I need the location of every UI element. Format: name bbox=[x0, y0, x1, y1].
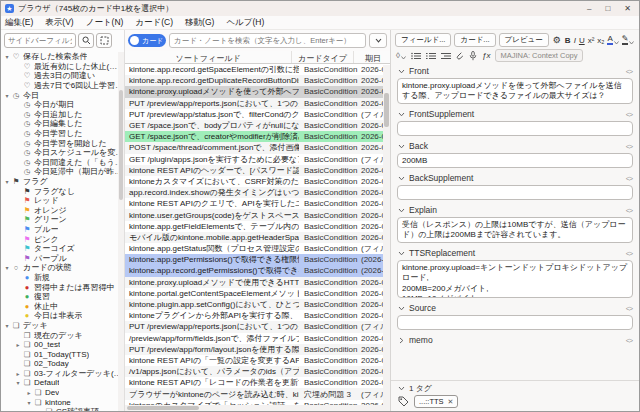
table-row[interactable]: kintone REST APIのクエリで、APIを実行したユーザー自身を条件B… bbox=[125, 198, 390, 209]
field-header-Source[interactable]: Source<> bbox=[391, 301, 639, 315]
table-row[interactable]: kintone REST APIの「一覧の設定を変更するAPI」における制限Ba… bbox=[125, 355, 390, 366]
menu-item[interactable]: 表示(V) bbox=[45, 17, 73, 29]
subscript-button[interactable]: x₂ bbox=[597, 36, 604, 45]
table-row[interactable]: kintone.app.getFieldElementsで、テーブル内のフィール… bbox=[125, 221, 390, 232]
field-input-BackSupplement[interactable] bbox=[397, 185, 633, 200]
html-editor-toggle-icon[interactable]: <> bbox=[626, 337, 632, 344]
table-row[interactable]: ブラウザーがkintoneのページを読み込む時、kintone本体のJavaS穴… bbox=[125, 388, 390, 399]
close-button[interactable]: ✕ bbox=[624, 4, 631, 14]
html-editor-toggle-icon[interactable]: <> bbox=[626, 305, 632, 312]
sidebar-item[interactable]: ⚑フラグなし bbox=[1, 186, 124, 196]
field-input-Explain[interactable]: 受信（レスポンス）の上限は10MBですが、送信（アップロード）の上限は200MB… bbox=[397, 217, 633, 243]
table-row[interactable]: kintone.proxy.uploadメソッドで使用できるHTTPメソッドは？… bbox=[125, 277, 390, 288]
sidebar-item[interactable]: ▾❏Default bbox=[1, 378, 124, 388]
table-row[interactable]: kintone.user.getGroups(code)をゲストスペース内で実行… bbox=[125, 209, 390, 220]
maximize-button[interactable]: □ bbox=[605, 4, 610, 14]
html-editor-toggle-icon[interactable]: <> bbox=[626, 68, 632, 75]
table-row[interactable]: モバイル版のkintone.mobile.app.getHeaderSpaceE… bbox=[125, 232, 390, 243]
sidebar-item[interactable]: ♡過去7日で6回以上学習して... bbox=[1, 81, 124, 91]
field-input-Front[interactable]: kintone.proxy.uploadメソッドを使って外部へファイルを送信する… bbox=[397, 78, 633, 104]
tag-pill[interactable]: ...::TTS✕ bbox=[414, 395, 458, 408]
sidebar-item[interactable]: ❏CS確認事項 bbox=[1, 407, 124, 411]
cards-button[interactable]: カード... bbox=[454, 33, 495, 47]
table-row[interactable]: /preview/app/form/fields.jsonで、添付ファイルフィー… bbox=[125, 333, 390, 344]
field-input-Source[interactable] bbox=[397, 315, 633, 330]
expand-arrow-icon[interactable]: ▸ bbox=[14, 370, 22, 377]
table-row[interactable]: PUT /preview/app/status.jsonで、filterCond… bbox=[125, 109, 390, 120]
sidebar-item[interactable]: ▾○カードの状態 bbox=[1, 263, 124, 273]
field-header-Back[interactable]: Back<> bbox=[391, 139, 639, 153]
record-audio-button[interactable] bbox=[469, 51, 477, 61]
sidebar-select-mode-button[interactable] bbox=[96, 33, 112, 48]
field-header-FrontSupplement[interactable]: FrontSupplement<> bbox=[391, 107, 639, 121]
card-search-input[interactable] bbox=[169, 33, 366, 48]
table-row[interactable]: PUT /preview/app/form/layout.jsonを使用する際、… bbox=[125, 344, 390, 355]
highlight-color-button[interactable]: ✎ bbox=[622, 35, 635, 45]
sidebar-item[interactable]: ◷今日延滞中（期日が昨日... bbox=[1, 167, 124, 177]
table-row[interactable]: /v1/apps.jsonにおいて、パラメータのids（アプリID）に指定できる… bbox=[125, 366, 390, 377]
table-row[interactable]: kintoneプラグインから外部APIを実行する際、「設定画面で保存しBasic… bbox=[125, 310, 390, 321]
sidebar-item[interactable]: ⚑ブルー bbox=[1, 225, 124, 235]
table-row[interactable]: PUT /preview/app/reports.jsonにおいて、1つのグラフ… bbox=[125, 321, 390, 332]
field-header-memo[interactable]: memo<> bbox=[391, 333, 639, 347]
tag-section-header[interactable]: 1 タグ bbox=[391, 381, 639, 394]
collapse-arrow-icon[interactable]: ▾ bbox=[3, 92, 11, 99]
equation-button[interactable]: ƒx bbox=[482, 51, 490, 60]
sidebar-item[interactable]: ❐現在のデッキ bbox=[1, 330, 124, 340]
collapse-arrow-icon[interactable]: ▾ bbox=[3, 178, 11, 185]
column-header-sort-field[interactable]: ソートフィールド bbox=[125, 51, 292, 63]
collapse-arrow-icon[interactable]: ▾ bbox=[25, 399, 33, 406]
bold-button[interactable]: B bbox=[565, 36, 571, 45]
field-header-Front[interactable]: Front<> bbox=[391, 64, 639, 78]
remove-tag-icon[interactable]: ✕ bbox=[448, 398, 454, 406]
menu-item[interactable]: カード(C) bbox=[135, 17, 173, 29]
unordered-list-button[interactable] bbox=[411, 52, 421, 60]
menu-item[interactable]: 編集(E) bbox=[5, 17, 33, 29]
sidebar-search-button[interactable] bbox=[78, 33, 94, 48]
sidebar-item[interactable]: ●復習 bbox=[1, 292, 124, 302]
table-row[interactable]: GET /space.jsonで、creatorやmodifierが削除済みユー… bbox=[125, 131, 390, 142]
table-row[interactable]: kintone.app.getStatus関数（プロセス管理設定の取得）にあるB… bbox=[125, 243, 390, 254]
table-row[interactable]: GET /space.jsonで、bodyプロパティがnullになるのはどのよう… bbox=[125, 120, 390, 131]
collapse-arrow-icon[interactable]: ▾ bbox=[3, 53, 11, 60]
preview-button[interactable]: プレビュー bbox=[499, 33, 549, 47]
expand-arrow-icon[interactable]: ▸ bbox=[14, 341, 22, 348]
collapse-arrow-icon[interactable]: ▾ bbox=[14, 379, 22, 386]
sidebar-item[interactable]: ❏01_Today(TTS) bbox=[1, 349, 124, 359]
cards-notes-toggle[interactable]: カード bbox=[128, 34, 166, 47]
fields-button[interactable]: フィールド... bbox=[395, 33, 451, 47]
ordered-list-button[interactable] bbox=[426, 52, 436, 60]
menu-item[interactable]: 移動(G) bbox=[185, 17, 214, 29]
field-input-FrontSupplement[interactable] bbox=[397, 121, 633, 136]
sidebar-item[interactable]: ▸❏00_test bbox=[1, 340, 124, 350]
column-header-card-type[interactable]: カードタイプ bbox=[292, 51, 354, 63]
table-row[interactable]: kintone.app.record.getSpaceElementの引数に指定… bbox=[125, 64, 390, 75]
field-header-TTSReplacement[interactable]: TTSReplacement<> bbox=[391, 246, 639, 260]
table-row[interactable]: kintoneカスタマイズにおいて、CSRF対策のためにリクエストに含めBasi… bbox=[125, 176, 390, 187]
attach-button[interactable] bbox=[456, 51, 464, 61]
html-editor-toggle-icon[interactable]: <> bbox=[626, 175, 632, 182]
table-row[interactable]: kintone.app.getPermissions()で取得できる権限情報は具… bbox=[125, 254, 390, 265]
superscript-button[interactable]: x² bbox=[588, 36, 595, 45]
sidebar-item[interactable]: ⚑グリーン bbox=[1, 215, 124, 225]
sidebar-filter-input[interactable] bbox=[4, 33, 76, 48]
table-horizontal-scrollbar[interactable] bbox=[125, 405, 390, 411]
table-row[interactable]: app.record.index.showの発生タイミングはいつですか？ また、… bbox=[125, 187, 390, 198]
table-row[interactable]: kintone REST APIのヘッダーで、[パスワード認証]の「値」は何を入… bbox=[125, 165, 390, 176]
sidebar-item[interactable]: ●今日は非表示 bbox=[1, 311, 124, 321]
field-header-Explain[interactable]: Explain<> bbox=[391, 203, 639, 217]
table-row[interactable]: kintone.app.record.getPermissions()で取得でき… bbox=[125, 265, 390, 276]
table-row[interactable]: kintone REST APIの「レコードの作業者を更新するAPI」で、1つの… bbox=[125, 377, 390, 388]
text-color-button[interactable]: A bbox=[607, 35, 618, 45]
remove-formatting-button[interactable]: ◊ bbox=[396, 51, 406, 60]
field-input-Back[interactable]: 200MB bbox=[397, 153, 633, 168]
field-header-BackSupplement[interactable]: BackSupplement<> bbox=[391, 171, 639, 185]
minimize-button[interactable]: – bbox=[587, 4, 591, 14]
menu-item[interactable]: ノート(N) bbox=[86, 17, 124, 29]
table-row[interactable]: kintone.app.record.getDuplicateRecordBut… bbox=[125, 75, 390, 86]
table-row[interactable]: PUT /preview/app/reports.jsonにおいて、1つのグラフ… bbox=[125, 98, 390, 109]
majina-context-copy-button[interactable]: MAJINA: Context Copy bbox=[495, 49, 582, 62]
html-editor-toggle-icon[interactable]: <> bbox=[626, 250, 632, 257]
table-row[interactable]: POST /space/thread/comment.jsonで、添付画像のwi… bbox=[125, 142, 390, 153]
column-header-due[interactable]: 期日 bbox=[354, 51, 390, 63]
